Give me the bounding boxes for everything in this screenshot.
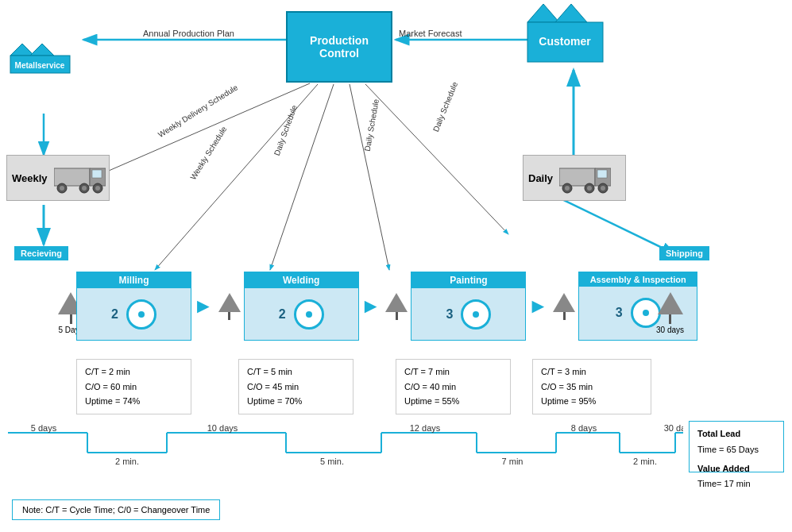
svg-line-10 <box>270 84 334 270</box>
painting-box: Painting 3 <box>411 272 526 341</box>
milling-co: C/O = 60 min <box>85 380 183 395</box>
milling-ct: C/T = 2 min <box>85 364 183 380</box>
welding-ct: C/T = 5 min <box>247 364 345 380</box>
svg-text:8 days: 8 days <box>571 425 597 433</box>
annual-plan-label: Annual Production Plan <box>143 29 234 38</box>
svg-point-28 <box>82 186 87 191</box>
daily-schedule-1-label: Daily Schedule <box>272 104 299 156</box>
svg-point-39 <box>601 186 605 191</box>
svg-marker-15 <box>30 44 54 56</box>
push-arrow-2: ► <box>359 294 383 318</box>
svg-marker-14 <box>10 44 34 56</box>
svg-text:7 min: 7 min <box>502 457 523 466</box>
painting-stats: C/T = 7 min C/O = 40 min Uptime = 55% <box>396 359 511 414</box>
milling-box: Milling 2 <box>76 272 191 341</box>
painting-ct: C/T = 7 min <box>404 364 502 380</box>
daily-schedule-2-label: Daily Schedule <box>363 98 381 152</box>
painting-header: Painting <box>411 272 525 288</box>
painting-uptime: Uptime = 55% <box>404 394 502 409</box>
summary-box: Total Lead Time = 65 Days Value Added Ti… <box>689 421 784 472</box>
svg-text:10 days: 10 days <box>207 425 238 433</box>
svg-point-37 <box>587 186 592 191</box>
inv-triangle-shipping: 30 days <box>656 292 684 334</box>
welding-co: C/O = 45 min <box>247 380 345 395</box>
daily-label: Daily <box>528 172 553 184</box>
inv-triangle-4 <box>550 272 578 341</box>
svg-text:5 min.: 5 min. <box>320 457 344 466</box>
painting-co: C/O = 40 min <box>404 380 502 395</box>
milling-stats: C/T = 2 min C/O = 60 min Uptime = 74% <box>76 359 191 414</box>
svg-point-26 <box>60 186 64 191</box>
daily-schedule-3-label: Daily Schedule <box>431 81 459 133</box>
weekly-truck: Weekly <box>6 155 110 201</box>
assembly-ct: C/T = 3 min <box>541 364 643 380</box>
svg-line-12 <box>365 84 508 234</box>
total-lead-value: Time = 65 Days <box>697 442 775 458</box>
welding-box: Welding 2 <box>244 272 359 341</box>
value-added-label: Value Added <box>697 461 775 477</box>
daily-truck: Daily <box>523 155 626 201</box>
total-lead-label: Total Lead <box>697 426 775 442</box>
welding-circle <box>294 299 324 330</box>
process-row: Milling 2 ► Welding 2 <box>76 272 697 341</box>
note-box: Note: C/T = Cycle Time; C/0 = Changeover… <box>12 499 220 520</box>
svg-text:5 days: 5 days <box>31 425 57 433</box>
svg-text:Metallservice: Metallservice <box>15 61 65 70</box>
milling-workers: 2 <box>111 307 118 322</box>
svg-point-35 <box>565 186 570 191</box>
svg-marker-19 <box>555 4 587 22</box>
milling-header: Milling <box>77 272 191 288</box>
production-control-box: Production Control <box>286 11 392 83</box>
push-arrow-3: ► <box>526 294 550 318</box>
svg-text:Customer: Customer <box>539 35 591 48</box>
painting-workers: 3 <box>446 307 454 322</box>
assembly-workers: 3 <box>616 306 623 320</box>
assembly-co: C/O = 35 min <box>541 380 643 395</box>
value-added-value: Time= 17 min <box>697 476 775 492</box>
welding-header: Welding <box>245 272 358 288</box>
assembly-header: Assembly & Inspection <box>579 272 697 287</box>
assembly-stats: C/T = 3 min C/O = 35 min Uptime = 95% <box>532 359 651 414</box>
milling-circle <box>126 299 156 330</box>
svg-marker-18 <box>527 4 559 22</box>
milling-uptime: Uptime = 74% <box>85 394 183 409</box>
svg-text:2 min.: 2 min. <box>115 457 139 466</box>
weekly-schedule-label: Weekly Schedule <box>188 125 228 181</box>
svg-text:12 days: 12 days <box>410 425 441 433</box>
welding-workers: 2 <box>279 307 286 322</box>
market-forecast-label: Market Forecast <box>399 29 462 38</box>
svg-text:30 days: 30 days <box>664 425 683 433</box>
welding-stats: C/T = 5 min C/O = 45 min Uptime = 70% <box>238 359 354 414</box>
inv-triangle-2 <box>215 272 244 341</box>
painting-circle <box>461 299 491 330</box>
inv-triangle-3 <box>382 272 411 341</box>
note-text: Note: C/T = Cycle Time; C/0 = Changeover… <box>22 505 210 515</box>
weekly-label: Weekly <box>12 172 48 184</box>
assembly-uptime: Uptime = 95% <box>541 394 643 409</box>
svg-rect-24 <box>92 170 102 178</box>
svg-point-30 <box>95 186 100 191</box>
shipping-label: Shipping <box>659 246 709 260</box>
receiving-label: Recieving <box>14 246 68 260</box>
push-arrow-1: ► <box>191 294 215 318</box>
svg-text:2 min.: 2 min. <box>633 457 657 466</box>
production-control-label: Production Control <box>310 34 369 60</box>
svg-rect-33 <box>597 170 607 178</box>
welding-uptime: Uptime = 70% <box>247 394 345 409</box>
